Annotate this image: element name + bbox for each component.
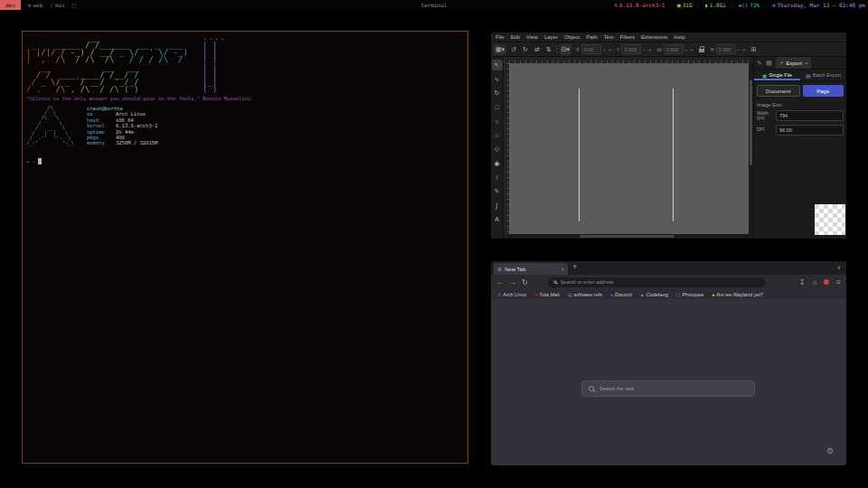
width-coordinate-field: W − + bbox=[656, 44, 693, 54]
url-bar[interactable] bbox=[548, 277, 765, 287]
width-input[interactable] bbox=[776, 110, 844, 121]
close-icon[interactable]: × bbox=[805, 61, 808, 66]
export-dialog-tab[interactable]: ↗ Export × bbox=[776, 57, 812, 69]
snap-controls-button[interactable]: ⊞ bbox=[750, 44, 759, 55]
bookmark-tuta-mail[interactable]: ■ Tuta Mail bbox=[534, 292, 559, 297]
tab-single-file[interactable]: ▣ Single File bbox=[754, 70, 800, 80]
rotate-ccw-icon[interactable]: ↺ bbox=[509, 44, 518, 55]
workspace-empty[interactable]: □ bbox=[72, 2, 76, 8]
horizontal-ruler[interactable] bbox=[504, 57, 749, 63]
active-tab[interactable]: ⊕ New Tab × bbox=[494, 263, 568, 275]
focused-window-title: terminal bbox=[421, 0, 448, 10]
bookmark-arch-linux[interactable]: Λ Arch Linux bbox=[498, 292, 526, 297]
scrollbar-thumb[interactable] bbox=[580, 235, 675, 238]
menu-item-object[interactable]: Object bbox=[564, 34, 580, 40]
rotate-cw-icon[interactable]: ↻ bbox=[521, 44, 530, 55]
workspace-mus[interactable]: ♪ mus bbox=[50, 2, 64, 8]
inkscape-canvas[interactable] bbox=[509, 63, 749, 234]
workspace-web[interactable]: ⊕ web bbox=[28, 2, 42, 8]
tab-batch-export[interactable]: ▤ Batch Export bbox=[800, 70, 846, 80]
tab-favicon-globe-icon: ⊕ bbox=[497, 266, 502, 272]
tool-node-editor[interactable]: ∿ bbox=[492, 74, 503, 85]
tool-rectangle[interactable]: □ bbox=[492, 102, 503, 113]
tab-close-icon[interactable]: × bbox=[561, 267, 564, 272]
h-input[interactable] bbox=[716, 44, 736, 54]
y-minus-button[interactable]: − bbox=[642, 47, 646, 52]
tool-selector[interactable]: ↖ bbox=[492, 60, 503, 70]
url-input[interactable] bbox=[561, 279, 760, 285]
w-input[interactable] bbox=[664, 44, 684, 54]
x-minus-button[interactable]: − bbox=[602, 47, 607, 52]
tool-pen[interactable]: ✎ bbox=[492, 186, 503, 197]
reload-button[interactable]: ↻ bbox=[522, 278, 528, 286]
page-button[interactable]: Page bbox=[803, 85, 844, 97]
canvas-horizontal-scrollbar[interactable] bbox=[509, 234, 749, 239]
y-plus-button[interactable]: + bbox=[647, 47, 652, 52]
fetch-value: 3256M / 32815M bbox=[116, 140, 157, 145]
tool-shape-builder[interactable]: ↻ bbox=[492, 88, 503, 99]
width-field: Width (px) bbox=[754, 108, 846, 123]
flip-vertical-icon[interactable]: ⇅ bbox=[544, 44, 553, 55]
forward-button[interactable]: → bbox=[509, 278, 516, 286]
page-settings-gear-icon[interactable]: ⚙ bbox=[826, 446, 834, 455]
flip-horizontal-icon[interactable]: ⇄ bbox=[533, 44, 542, 55]
tool-3dbox[interactable]: ◇ bbox=[492, 144, 503, 155]
menu-item-extensions[interactable]: Extensions bbox=[641, 34, 667, 40]
tab-overflow-chevron-icon[interactable]: ∨ bbox=[837, 264, 841, 270]
web-search-input[interactable] bbox=[599, 386, 748, 391]
lock-ratio-icon[interactable] bbox=[699, 49, 704, 52]
fetch-value: 6.13.8-arch3-1 bbox=[116, 123, 157, 128]
x-input[interactable] bbox=[581, 44, 601, 54]
y-input[interactable] bbox=[621, 44, 641, 54]
tool-ellipse[interactable]: ○ bbox=[492, 116, 503, 127]
tool-calligraphy[interactable]: ∫ bbox=[492, 200, 503, 211]
discord-icon: ● bbox=[610, 292, 613, 297]
menu-hamburger-button[interactable]: ≡ bbox=[836, 278, 841, 286]
h-plus-button[interactable]: + bbox=[742, 47, 747, 52]
w-minus-button[interactable]: − bbox=[684, 47, 689, 52]
menu-item-view[interactable]: View bbox=[526, 34, 538, 40]
prompt-arrow: › bbox=[33, 158, 36, 164]
photopea-icon: ▢ bbox=[676, 292, 681, 297]
web-search-box[interactable] bbox=[581, 380, 755, 397]
bookmark-codeberg[interactable]: ▲ Codeberg bbox=[640, 292, 668, 297]
batch-export-label: Batch Export bbox=[813, 72, 842, 78]
extension-red-dot-icon[interactable] bbox=[824, 279, 829, 285]
motd-quote: "Silence is the only answer you should g… bbox=[26, 96, 250, 101]
select-mode-dropdown[interactable]: ▦▾ bbox=[494, 44, 506, 55]
scrollbar-thumb[interactable] bbox=[750, 80, 752, 165]
dpi-input[interactable] bbox=[776, 125, 844, 136]
menu-item-path[interactable]: Path bbox=[586, 34, 597, 40]
menu-item-file[interactable]: File bbox=[495, 34, 505, 40]
tool-pencil[interactable]: / bbox=[492, 172, 503, 183]
memory-text: 1.8Gi bbox=[710, 2, 726, 8]
bookmark-discord[interactable]: ● Discord bbox=[610, 292, 632, 297]
shell-prompt[interactable]: ~ › bbox=[26, 158, 42, 164]
new-tab-button[interactable]: + bbox=[572, 262, 577, 271]
menu-item-filters[interactable]: Filters bbox=[620, 34, 635, 40]
h-label: H bbox=[711, 47, 714, 52]
menu-item-edit[interactable]: Edit bbox=[511, 34, 520, 40]
terminal-window[interactable]: __ _ _____ / /______ __ _ ___ | | | |/|/… bbox=[22, 31, 468, 464]
menu-item-text[interactable]: Text bbox=[604, 34, 614, 40]
bookmark-software-refs[interactable]: ▭ software refs bbox=[568, 292, 602, 297]
pencil-dialog-icon[interactable]: ✎ bbox=[757, 60, 762, 67]
bookmark-photopea[interactable]: ▢ Photopea bbox=[676, 292, 703, 297]
bookmark-are-we-wayland-yet[interactable]: ● Are we Wayland yet? bbox=[712, 292, 763, 297]
menu-item-layer[interactable]: Layer bbox=[544, 34, 558, 40]
tool-spiral[interactable]: ◉ bbox=[492, 158, 503, 169]
h-minus-button[interactable]: − bbox=[737, 47, 741, 52]
document-button[interactable]: Document bbox=[757, 85, 800, 97]
align-dropdown[interactable]: ⊟▾ bbox=[560, 44, 571, 55]
w-plus-button[interactable]: + bbox=[690, 47, 694, 52]
back-button[interactable]: ← bbox=[496, 278, 504, 286]
downloads-button[interactable]: ↧ bbox=[799, 278, 806, 286]
tool-text[interactable]: A bbox=[492, 214, 503, 225]
workspace-dev[interactable]: dev bbox=[0, 0, 21, 10]
layers-dialog-icon[interactable]: ▤ bbox=[766, 60, 772, 67]
tool-star[interactable]: ☆ bbox=[492, 130, 503, 141]
x-plus-button[interactable]: + bbox=[608, 47, 612, 52]
home-button[interactable]: ⌂ bbox=[812, 278, 816, 286]
menu-item-help[interactable]: Help bbox=[674, 34, 684, 40]
volume-status: ◄)) 72% bbox=[739, 2, 760, 8]
